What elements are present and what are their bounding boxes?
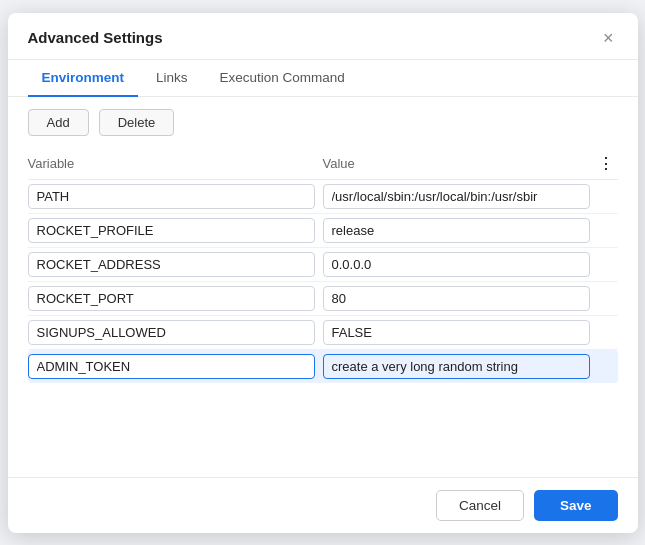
variable-input[interactable]: [28, 184, 315, 209]
more-icon[interactable]: ⋮: [598, 155, 614, 172]
cell-value: [323, 286, 594, 311]
value-input[interactable]: [323, 320, 590, 345]
cell-variable: [28, 286, 323, 311]
env-table: Variable Value ⋮: [8, 148, 638, 477]
tab-execution-command[interactable]: Execution Command: [206, 60, 359, 97]
value-input[interactable]: [323, 184, 590, 209]
tab-environment[interactable]: Environment: [28, 60, 139, 97]
variable-input[interactable]: [28, 286, 315, 311]
close-button[interactable]: ×: [599, 27, 618, 49]
cell-variable: [28, 218, 323, 243]
cell-value: [323, 320, 594, 345]
delete-button[interactable]: Delete: [99, 109, 175, 136]
cell-value: [323, 354, 594, 379]
dialog-header: Advanced Settings ×: [8, 13, 638, 60]
dialog-title: Advanced Settings: [28, 29, 163, 46]
cell-value: [323, 218, 594, 243]
toolbar: Add Delete: [8, 97, 638, 148]
table-row: [28, 248, 618, 282]
variable-input[interactable]: [28, 252, 315, 277]
dialog-footer: Cancel Save: [8, 477, 638, 533]
table-row: [28, 316, 618, 350]
variable-input[interactable]: [28, 320, 315, 345]
table-row: [28, 350, 618, 383]
table-header: Variable Value ⋮: [28, 148, 618, 180]
col-header-value: Value: [323, 156, 594, 171]
cell-value: [323, 252, 594, 277]
value-input[interactable]: [323, 252, 590, 277]
cell-variable: [28, 184, 323, 209]
value-input[interactable]: [323, 286, 590, 311]
advanced-settings-dialog: Advanced Settings × Environment Links Ex…: [8, 13, 638, 533]
cell-value: [323, 184, 594, 209]
value-input[interactable]: [323, 354, 590, 379]
cell-variable: [28, 252, 323, 277]
save-button[interactable]: Save: [534, 490, 618, 521]
col-header-actions: ⋮: [594, 154, 618, 173]
cell-variable: [28, 320, 323, 345]
tab-links[interactable]: Links: [142, 60, 202, 97]
add-button[interactable]: Add: [28, 109, 89, 136]
table-row: [28, 282, 618, 316]
variable-input[interactable]: [28, 354, 315, 379]
value-input[interactable]: [323, 218, 590, 243]
cell-variable: [28, 354, 323, 379]
tab-bar: Environment Links Execution Command: [8, 60, 638, 97]
table-row: [28, 214, 618, 248]
col-header-variable: Variable: [28, 156, 323, 171]
cancel-button[interactable]: Cancel: [436, 490, 524, 521]
variable-input[interactable]: [28, 218, 315, 243]
table-row: [28, 180, 618, 214]
